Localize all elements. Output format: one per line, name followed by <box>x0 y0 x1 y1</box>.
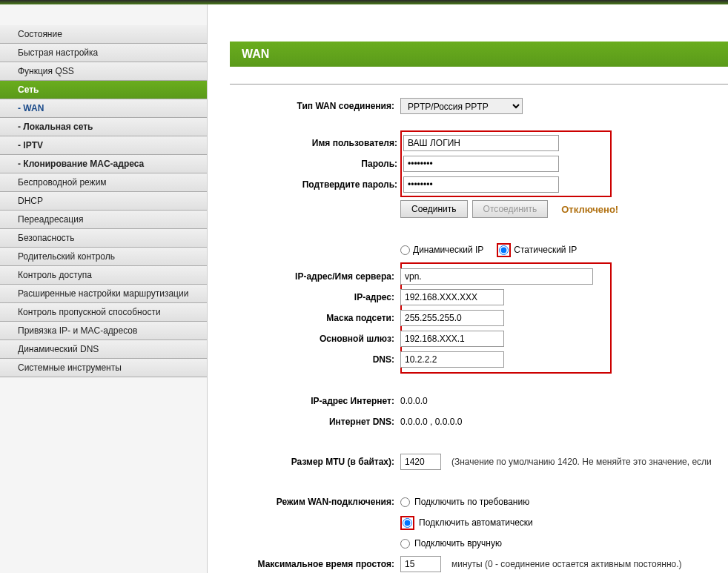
mask-input[interactable] <box>400 310 504 326</box>
sidebar-item-routing[interactable]: Расширенные настройки маршрутизации <box>0 285 207 303</box>
sidebar-item-quick-setup[interactable]: Быстрая настройка <box>0 44 207 62</box>
sidebar-item-qss[interactable]: Функция QSS <box>0 62 207 81</box>
main-content: WAN Тип WAN соединения: PPTP/Россия PPTP <box>208 4 728 573</box>
gateway-input[interactable] <box>400 331 504 347</box>
password2-label: Подтвердите пароль: <box>233 179 403 190</box>
sidebar-item-wan[interactable]: - WAN <box>0 99 207 118</box>
sidebar-item-status[interactable]: Состояние <box>0 25 207 44</box>
static-ip-label: Статический IP <box>514 245 577 255</box>
mtu-note: (Значение по умолчанию 1420. Не меняйте … <box>451 457 712 467</box>
idle-input[interactable] <box>400 556 441 572</box>
sidebar-item-bandwidth[interactable]: Контроль пропускной способности <box>0 303 207 322</box>
disconnect-button[interactable]: Отсоединить <box>472 200 549 218</box>
mode-manual-label: Подключить вручную <box>414 538 502 549</box>
idle-label: Максимальное время простоя: <box>230 559 400 569</box>
mode-label: Режим WAN-подключения: <box>230 497 400 507</box>
mtu-label: Размер MTU (в байтах): <box>230 457 400 467</box>
mode-auto-radio[interactable] <box>403 518 412 528</box>
static-ip-radio[interactable] <box>499 245 509 255</box>
dns-input[interactable] <box>400 351 504 368</box>
sidebar-item-lan[interactable]: - Локальная сеть <box>0 118 207 136</box>
connection-status: Отключено! <box>561 204 618 215</box>
dynamic-ip-radio[interactable] <box>400 245 410 255</box>
sidebar: Состояние Быстрая настройка Функция QSS … <box>0 4 208 573</box>
mode-auto-label: Подключить автоматически <box>419 517 533 528</box>
idle-note: минуты (0 - соединение остается активным… <box>451 559 682 569</box>
gateway-label: Основной шлюз: <box>230 334 400 344</box>
sidebar-item-iptv[interactable]: - IPTV <box>0 136 207 155</box>
sidebar-item-system-tools[interactable]: Системные инструменты <box>0 359 207 377</box>
sidebar-item-security[interactable]: Безопасность <box>0 229 207 248</box>
sidebar-item-dhcp[interactable]: DHCP <box>0 192 207 211</box>
sidebar-item-mac-clone[interactable]: - Клонирование MAC-адреса <box>0 155 207 173</box>
inet-dns-label: Интернет DNS: <box>230 417 400 427</box>
mode-demand-label: Подключить по требованию <box>414 497 529 507</box>
sidebar-item-parental[interactable]: Родительский контроль <box>0 248 207 266</box>
server-input[interactable] <box>400 268 593 285</box>
password2-input[interactable] <box>403 176 559 193</box>
sidebar-item-network[interactable]: Сеть <box>0 81 207 99</box>
password-label: Пароль: <box>233 159 403 169</box>
wan-type-label: Тип WAN соединения: <box>230 101 400 111</box>
mode-manual-radio[interactable] <box>400 539 410 549</box>
sidebar-item-access-control[interactable]: Контроль доступа <box>0 266 207 285</box>
inet-ip-value: 0.0.0.0 <box>400 396 728 406</box>
username-label: Имя пользователя: <box>233 138 403 148</box>
page-title: WAN <box>230 42 728 67</box>
server-label: IP-адрес/Имя сервера: <box>230 271 400 282</box>
sidebar-item-forwarding[interactable]: Переадресация <box>0 211 207 229</box>
password-input[interactable] <box>403 156 559 172</box>
ip-input[interactable] <box>400 289 504 305</box>
mode-demand-radio[interactable] <box>400 497 410 507</box>
dns-label: DNS: <box>230 354 400 365</box>
wan-type-select[interactable]: PPTP/Россия PPTP <box>400 98 523 114</box>
mtu-input[interactable] <box>400 454 441 470</box>
username-input[interactable] <box>403 135 559 151</box>
dynamic-ip-label: Динамический IP <box>413 245 483 255</box>
sidebar-item-wireless[interactable]: Беспроводной режим <box>0 173 207 192</box>
sidebar-item-ip-mac-binding[interactable]: Привязка IP- и MAC-адресов <box>0 322 207 340</box>
connect-button[interactable]: Соединить <box>400 200 468 218</box>
inet-ip-label: IP-адрес Интернет: <box>230 396 400 406</box>
mask-label: Маска подсети: <box>230 313 400 323</box>
sidebar-item-ddns[interactable]: Динамический DNS <box>0 340 207 359</box>
ip-label: IP-адрес: <box>230 292 400 302</box>
inet-dns-value: 0.0.0.0 , 0.0.0.0 <box>400 417 728 427</box>
